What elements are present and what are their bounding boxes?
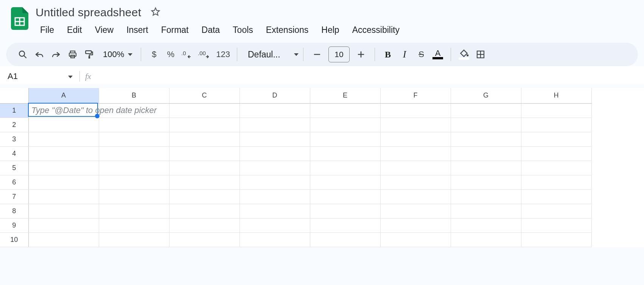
cell[interactable] <box>310 132 380 146</box>
cell[interactable] <box>28 189 99 204</box>
cell[interactable] <box>99 146 169 161</box>
cell[interactable] <box>380 146 451 161</box>
cell[interactable] <box>169 132 240 146</box>
sheets-logo[interactable] <box>9 5 30 32</box>
name-box[interactable]: A1 <box>4 70 64 83</box>
cell[interactable] <box>240 118 310 132</box>
cell[interactable] <box>521 103 591 118</box>
column-header[interactable]: F <box>380 88 451 103</box>
cell[interactable] <box>521 218 591 232</box>
undo-button[interactable] <box>31 46 48 63</box>
cell[interactable] <box>240 175 310 189</box>
cell[interactable] <box>521 146 591 161</box>
cell[interactable] <box>380 175 451 189</box>
cell[interactable] <box>28 204 99 218</box>
row-header[interactable]: 5 <box>0 161 28 175</box>
cell[interactable] <box>169 218 240 232</box>
cell[interactable] <box>169 189 240 204</box>
name-box-dropdown[interactable] <box>64 73 77 80</box>
cell[interactable] <box>240 146 310 161</box>
cell[interactable] <box>310 232 380 247</box>
cell[interactable] <box>169 103 240 118</box>
menu-help[interactable]: Help <box>315 23 345 37</box>
cell[interactable] <box>380 103 451 118</box>
cell[interactable] <box>310 218 380 232</box>
increase-decimal-button[interactable]: .00 <box>196 46 214 63</box>
cell[interactable] <box>169 204 240 218</box>
column-header[interactable]: G <box>451 88 521 103</box>
row-header[interactable]: 1 <box>0 103 28 118</box>
row-header[interactable]: 3 <box>0 132 28 146</box>
cell[interactable] <box>28 232 99 247</box>
cell[interactable] <box>169 161 240 175</box>
cell[interactable] <box>99 103 169 118</box>
cell[interactable] <box>451 232 521 247</box>
cell[interactable] <box>28 161 99 175</box>
font-family-dropdown[interactable]: Defaul... <box>242 50 299 60</box>
cell[interactable] <box>99 189 169 204</box>
print-button[interactable] <box>64 46 81 63</box>
decrease-font-size-button[interactable] <box>310 47 325 62</box>
paint-format-button[interactable] <box>81 46 98 63</box>
fill-color-button[interactable] <box>456 46 472 63</box>
cell[interactable] <box>310 189 380 204</box>
cell[interactable] <box>28 103 99 118</box>
cell[interactable] <box>28 175 99 189</box>
cell[interactable] <box>240 218 310 232</box>
zoom-dropdown[interactable]: 100% <box>98 50 136 59</box>
cell[interactable] <box>169 146 240 161</box>
cell[interactable] <box>380 132 451 146</box>
cell[interactable] <box>451 218 521 232</box>
cell[interactable] <box>521 189 591 204</box>
cell[interactable] <box>28 146 99 161</box>
menu-extensions[interactable]: Extensions <box>260 23 315 37</box>
cell[interactable] <box>99 204 169 218</box>
row-header[interactable]: 9 <box>0 218 28 232</box>
format-percent-button[interactable]: % <box>162 46 179 63</box>
cell[interactable] <box>99 132 169 146</box>
cell[interactable] <box>169 118 240 132</box>
redo-button[interactable] <box>48 46 64 63</box>
document-title[interactable]: Untitled spreadsheet <box>34 4 143 20</box>
cell[interactable] <box>310 175 380 189</box>
fill-handle[interactable] <box>95 114 100 118</box>
menu-insert[interactable]: Insert <box>120 23 154 37</box>
row-header[interactable]: 4 <box>0 146 28 161</box>
cell[interactable] <box>451 132 521 146</box>
cell[interactable] <box>310 103 380 118</box>
cell[interactable] <box>380 232 451 247</box>
cell[interactable] <box>240 204 310 218</box>
row-header[interactable]: 7 <box>0 189 28 204</box>
cell[interactable] <box>99 232 169 247</box>
menu-edit[interactable]: Edit <box>61 23 88 37</box>
menu-view[interactable]: View <box>89 23 120 37</box>
increase-font-size-button[interactable] <box>353 47 369 62</box>
cell[interactable] <box>28 218 99 232</box>
menu-format[interactable]: Format <box>155 23 195 37</box>
cell[interactable] <box>451 189 521 204</box>
font-size-input[interactable]: 10 <box>328 46 350 62</box>
cell[interactable] <box>169 232 240 247</box>
cell[interactable] <box>99 175 169 189</box>
star-button[interactable] <box>149 5 162 19</box>
cell[interactable] <box>240 132 310 146</box>
italic-button[interactable]: I <box>396 46 413 63</box>
cell[interactable] <box>380 189 451 204</box>
cell[interactable] <box>380 161 451 175</box>
bold-button[interactable]: B <box>380 46 396 63</box>
cell[interactable] <box>240 189 310 204</box>
cell[interactable] <box>240 103 310 118</box>
borders-button[interactable] <box>472 46 489 63</box>
text-color-button[interactable]: A <box>429 46 446 63</box>
cell[interactable] <box>451 204 521 218</box>
menu-data[interactable]: Data <box>196 23 226 37</box>
cell[interactable] <box>521 118 591 132</box>
cell[interactable] <box>521 232 591 247</box>
formula-input[interactable] <box>96 68 644 84</box>
column-header[interactable]: A <box>28 88 99 103</box>
row-header[interactable]: 8 <box>0 204 28 218</box>
decrease-decimal-button[interactable]: .0 <box>179 46 196 63</box>
cell[interactable] <box>521 161 591 175</box>
row-header[interactable]: 2 <box>0 118 28 132</box>
cell[interactable] <box>240 232 310 247</box>
